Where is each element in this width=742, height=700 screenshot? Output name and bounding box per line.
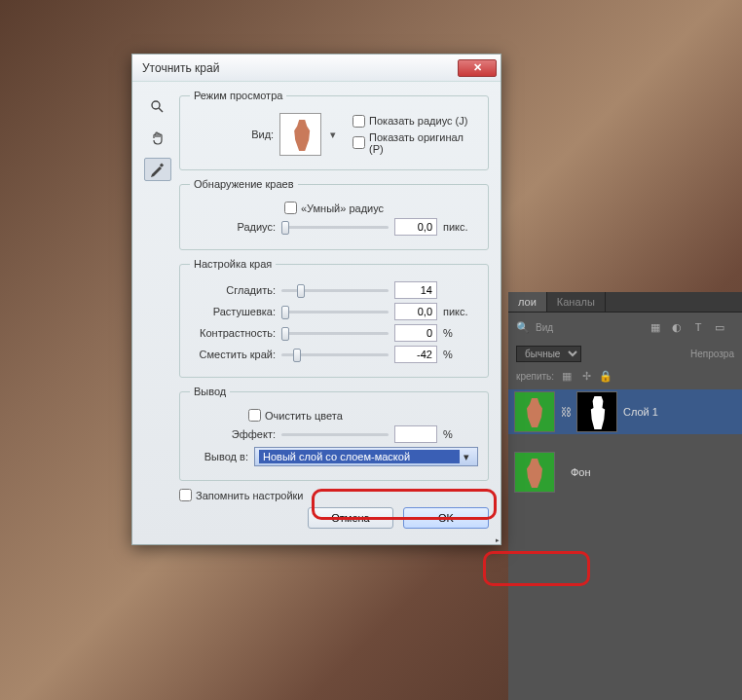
bg-thumbnail[interactable]: [514, 452, 555, 493]
layers-panel: лои Каналы 🔍 Вид ▦ ◐ T ▭ бычные Непрозра…: [508, 292, 742, 700]
shift-slider[interactable]: [281, 348, 389, 361]
link-icon[interactable]: ⛓: [561, 406, 571, 418]
adjust-edge-legend: Настройка края: [190, 258, 276, 270]
shift-input[interactable]: [394, 346, 437, 363]
effect-unit: %: [443, 428, 478, 440]
smart-radius-checkbox[interactable]: [284, 202, 297, 214]
output-to-label: Вывод в:: [190, 451, 248, 462]
edge-detection-legend: Обнаружение краев: [190, 178, 298, 190]
bg-name[interactable]: Фон: [571, 466, 591, 478]
feather-unit: пикс.: [443, 306, 478, 317]
decontaminate-label: Очистить цвета: [265, 410, 343, 422]
remember-checkbox[interactable]: [179, 489, 192, 501]
dropdown-arrow-icon: ▾: [460, 451, 473, 463]
refine-brush-tool[interactable]: ▸: [144, 158, 171, 181]
ok-button[interactable]: OK: [403, 507, 489, 529]
feather-input[interactable]: [394, 303, 437, 320]
lock-pixels-icon[interactable]: ▦: [560, 369, 574, 383]
edge-detection-group: Обнаружение краев «Умный» радиус Радиус:…: [179, 178, 489, 250]
close-button[interactable]: ✕: [458, 59, 497, 77]
filter-image-icon[interactable]: ▦: [649, 320, 662, 334]
contrast-input[interactable]: [394, 324, 437, 342]
effect-input: [394, 425, 437, 443]
filter-adjust-icon[interactable]: ◐: [670, 320, 684, 334]
lock-label: крепить:: [516, 371, 554, 382]
tab-channels[interactable]: Каналы: [547, 292, 606, 312]
filter-shape-icon[interactable]: ▭: [713, 320, 726, 334]
layer-mask-thumbnail[interactable]: [576, 391, 617, 432]
show-radius-label: Показать радиус (J): [369, 115, 467, 127]
effect-label: Эффект:: [190, 428, 276, 440]
view-mode-group: Режим просмотра Вид: ▾ Показать радиус (…: [179, 90, 489, 170]
smart-radius-label: «Умный» радиус: [301, 203, 384, 214]
smooth-input[interactable]: [394, 281, 437, 299]
tab-layers[interactable]: лои: [508, 292, 547, 312]
show-original-label: Показать оригинал (P): [369, 131, 478, 155]
feather-slider[interactable]: [281, 305, 389, 318]
svg-line-1: [159, 108, 163, 112]
output-group: Вывод Очистить цвета Эффект: % Вывод в: …: [179, 386, 489, 481]
layer-thumbnail[interactable]: [514, 391, 555, 432]
radius-unit: пикс.: [443, 221, 478, 233]
view-mode-legend: Режим просмотра: [190, 90, 286, 101]
shift-unit: %: [443, 349, 478, 360]
cancel-button[interactable]: Отмена: [308, 507, 393, 529]
output-legend: Вывод: [190, 386, 230, 397]
layer-row-1[interactable]: ⛓ Слой 1: [508, 389, 742, 434]
contrast-label: Контрастность:: [190, 327, 276, 339]
output-to-dropdown[interactable]: Новый слой со слоем-маской ▾: [254, 447, 478, 466]
output-to-value: Новый слой со слоем-маской: [259, 450, 460, 463]
kind-label: Вид: [536, 322, 553, 333]
remember-label: Запомнить настройки: [196, 490, 304, 501]
radius-input[interactable]: [394, 218, 437, 236]
search-icon[interactable]: 🔍: [516, 320, 530, 334]
show-original-checkbox[interactable]: [352, 136, 365, 149]
layer-row-bg[interactable]: Фон: [508, 450, 742, 495]
contrast-slider[interactable]: [281, 326, 389, 340]
contrast-unit: %: [443, 327, 478, 339]
svg-point-0: [152, 101, 160, 109]
opacity-label: Непрозра: [690, 349, 734, 359]
layer-name-1[interactable]: Слой 1: [623, 406, 658, 418]
blend-mode-select[interactable]: бычные: [516, 346, 581, 362]
adjust-edge-group: Настройка края Сгладить: Растушевка: пик…: [179, 258, 489, 378]
hand-tool[interactable]: [144, 127, 171, 150]
view-preview[interactable]: [279, 113, 321, 156]
refine-edge-dialog: Уточнить край ✕ ▸ Режим просмотра Вид: ▾…: [131, 54, 501, 545]
zoom-tool[interactable]: [144, 95, 171, 119]
dialog-title: Уточнить край: [136, 61, 458, 75]
smooth-label: Сгладить:: [190, 284, 276, 296]
smooth-slider[interactable]: [281, 283, 389, 297]
effect-slider: [281, 427, 389, 441]
radius-slider[interactable]: [281, 220, 389, 234]
svg-rect-2: [160, 164, 164, 167]
show-radius-checkbox[interactable]: [352, 115, 365, 128]
radius-label: Радиус:: [190, 221, 276, 233]
lock-position-icon[interactable]: ✢: [579, 369, 593, 383]
shift-label: Сместить край:: [190, 349, 276, 360]
titlebar[interactable]: Уточнить край ✕: [132, 55, 501, 82]
lock-all-icon[interactable]: 🔒: [599, 369, 612, 383]
view-label: Вид:: [190, 129, 274, 140]
feather-label: Растушевка:: [190, 306, 276, 317]
decontaminate-checkbox[interactable]: [248, 409, 261, 422]
view-dropdown-arrow[interactable]: ▾: [327, 129, 339, 141]
filter-type-icon[interactable]: T: [691, 320, 705, 334]
